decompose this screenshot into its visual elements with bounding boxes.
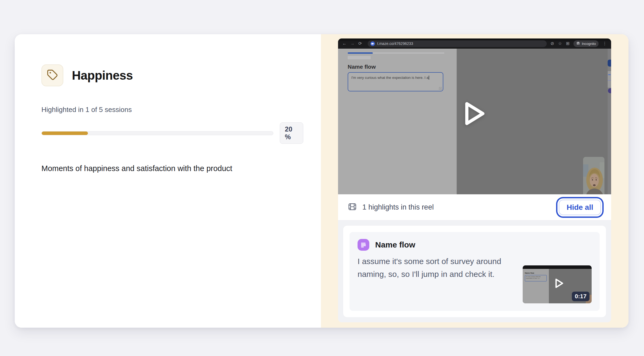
progress-fill <box>42 131 88 135</box>
incognito-label: Incognito <box>582 42 596 46</box>
star-icon: ☆ <box>558 41 562 46</box>
camera-icon <box>370 41 375 46</box>
survey-textarea: I'm very curious what the expectation is… <box>348 72 443 91</box>
reel-column: ← → ⟳ t.maze.co/476296233 ⊘ ☆ ⊞ <box>338 38 611 322</box>
sessions-label: Highlighted in 1 of 5 sessions <box>41 106 321 114</box>
tag-header: Happiness <box>41 64 321 86</box>
play-button[interactable] <box>463 100 487 127</box>
video-player[interactable]: ← → ⟳ t.maze.co/476296233 ⊘ ☆ ⊞ <box>338 38 611 194</box>
survey-question-label: Name flow <box>348 64 376 70</box>
incognito-icon <box>576 41 580 46</box>
tag-tile <box>41 64 63 86</box>
chrome-actions: ⊘ ☆ ⊞ Inc <box>550 40 607 47</box>
page-title: Happiness <box>72 68 133 83</box>
reel-body: Name flow I assume it's some sort of sur… <box>338 220 611 322</box>
tag-description: Moments of happiness and satisfaction wi… <box>41 164 321 173</box>
survey-progress-fill <box>348 52 373 54</box>
tag-detail-pane: Happiness Highlighted in 1 of 5 sessions… <box>15 34 321 328</box>
duration-badge: 0:17 <box>572 292 589 301</box>
address-bar: t.maze.co/476296233 <box>368 40 547 47</box>
incognito-badge: Incognito <box>573 40 599 47</box>
survey-progress-track <box>348 52 444 54</box>
highlight-header: Name flow <box>358 239 515 251</box>
main-card: Happiness Highlighted in 1 of 5 sessions… <box>15 34 629 328</box>
highlight-video-thumbnail[interactable]: Name flow I'm very curious what the expe… <box>523 265 592 303</box>
reel-header: 1 highlights in this reel Hide all <box>338 194 611 220</box>
survey-logo-placeholder <box>348 56 371 59</box>
film-icon <box>348 203 356 212</box>
url-text: t.maze.co/476296233 <box>377 41 413 46</box>
install-icon: ⊞ <box>566 41 569 46</box>
percent-badge: 20 % <box>280 122 303 144</box>
menu-icon: ⋮ <box>603 41 607 46</box>
page-edge-sliver <box>608 49 611 194</box>
reel-highlights-label: 1 highlights in this reel <box>362 203 434 211</box>
progress-track <box>41 131 273 135</box>
reel-pane: ← → ⟳ t.maze.co/476296233 ⊘ ☆ ⊞ <box>321 34 629 328</box>
tag-icon <box>47 69 58 82</box>
highlight-list-card: Name flow I assume it's some sort of sur… <box>343 225 606 318</box>
sessions-progress: 20 % <box>41 122 303 144</box>
webcam-thumbnail <box>583 157 604 194</box>
highlight-content: Name flow I assume it's some sort of sur… <box>358 239 515 304</box>
survey-textarea-value: I'm very curious what the expectation is… <box>351 76 428 80</box>
thumb-survey-panel: Name flow I'm very curious what the expe… <box>523 269 549 303</box>
thumb-play-icon <box>554 278 564 289</box>
forward-icon: → <box>350 41 355 46</box>
survey-panel: Name flow I'm very curious what the expe… <box>338 49 457 194</box>
highlight-title: Name flow <box>375 240 415 249</box>
hide-all-button[interactable]: Hide all <box>559 200 601 215</box>
highlight-quote: I assume it's some sort of survey around… <box>358 255 507 281</box>
notes-icon <box>358 239 369 251</box>
text-caret <box>429 76 429 80</box>
video-frame: Name flow I'm very curious what the expe… <box>338 49 611 194</box>
thumb-browser-bar <box>523 265 592 269</box>
browser-chrome: ← → ⟳ t.maze.co/476296233 ⊘ ☆ ⊞ <box>338 38 611 49</box>
back-icon: ← <box>342 41 347 46</box>
resize-handle-icon <box>439 87 442 90</box>
reload-icon: ⟳ <box>358 41 362 46</box>
highlight-item[interactable]: Name flow I assume it's some sort of sur… <box>350 232 600 311</box>
eye-off-icon: ⊘ <box>550 41 554 46</box>
